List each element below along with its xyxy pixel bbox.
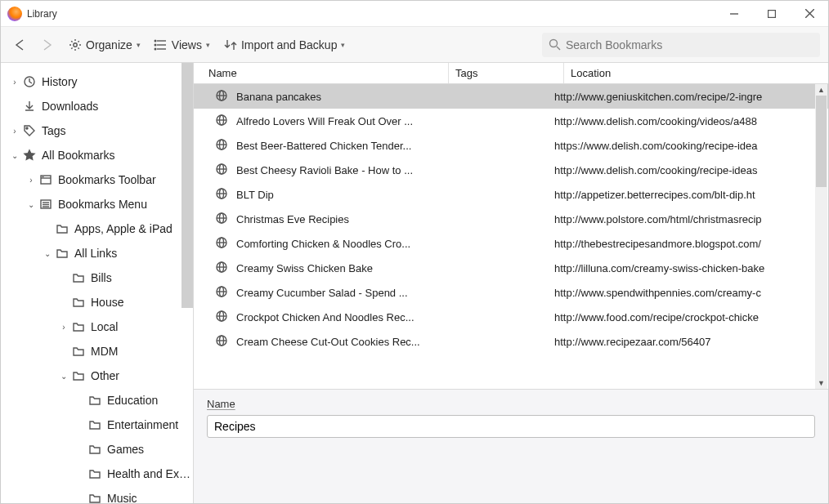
bookmark-location: https://www.delish.com/cooking/recipe-id… <box>554 140 828 152</box>
firefox-icon <box>7 7 22 21</box>
tree-item-label: Bookmarks Toolbar <box>58 173 156 186</box>
svg-line-12 <box>557 47 560 50</box>
tree-item[interactable]: ⌄All Links <box>1 241 193 265</box>
folder-icon <box>71 295 86 310</box>
organize-menu[interactable]: Organize ▾ <box>65 34 144 56</box>
bookmark-row[interactable]: BLT Diphttp://appetizer.betterrecipes.co… <box>194 182 828 207</box>
bookmark-location: http://www.delish.com/cooking/videos/a48… <box>554 115 828 127</box>
tree-twisty[interactable]: ⌄ <box>25 200 37 209</box>
svg-rect-1 <box>769 10 776 17</box>
column-header-tags[interactable]: Tags <box>449 63 564 83</box>
chevron-down-icon: ▾ <box>341 41 345 49</box>
tree-item[interactable]: ›History <box>1 69 193 94</box>
toolbar-icon <box>38 172 53 187</box>
svg-point-8 <box>155 40 156 42</box>
folder-icon <box>87 466 102 481</box>
bookmark-row[interactable]: Christmas Eve Recipieshttp://www.polstor… <box>194 207 828 231</box>
folder-icon <box>71 344 86 359</box>
search-input[interactable] <box>566 38 813 51</box>
svg-point-14 <box>26 127 28 129</box>
bookmark-name: Christmas Eve Recipies <box>236 213 439 225</box>
folder-icon <box>55 246 69 261</box>
tree-item[interactable]: Health and Exercise <box>1 462 193 486</box>
globe-icon <box>215 334 230 349</box>
bookmark-row[interactable]: Crockpot Chicken And Noodles Rec...http:… <box>194 305 828 329</box>
tree-item-label: House <box>91 296 123 309</box>
back-button[interactable] <box>9 34 30 56</box>
tree-item[interactable]: ⌄Bookmarks Menu <box>1 192 193 216</box>
gear-icon <box>68 38 83 52</box>
tree-item[interactable]: ›Local <box>1 314 193 339</box>
bookmark-name: Comforting Chicken & Noodles Cro... <box>236 238 439 250</box>
tree-item[interactable]: ›Tags <box>1 118 193 143</box>
tree-item[interactable]: ⌄Other <box>1 364 193 388</box>
bookmark-name: Alfredo Lovers Will Freak Out Over ... <box>236 115 439 127</box>
tree-twisty[interactable]: › <box>9 78 20 87</box>
search-field[interactable] <box>542 33 820 57</box>
sidebar-scrollbar[interactable] <box>181 63 193 308</box>
tree-twisty[interactable]: › <box>58 323 69 332</box>
globe-icon <box>215 163 230 177</box>
minimize-button[interactable] <box>715 1 753 27</box>
globe-icon <box>215 89 230 104</box>
views-menu[interactable]: Views ▾ <box>150 34 213 56</box>
tree-item[interactable]: Bills <box>1 265 193 290</box>
tree-item[interactable]: Entertainment <box>1 413 193 437</box>
column-header-location[interactable]: Location <box>564 63 828 83</box>
tree-item[interactable]: ⌄All Bookmarks <box>1 143 193 167</box>
bookmark-location: http://lilluna.com/creamy-swiss-chicken-… <box>554 262 828 274</box>
tree-twisty[interactable]: ⌄ <box>42 249 53 258</box>
maximize-button[interactable] <box>753 1 791 27</box>
bookmark-location: http://www.geniuskitchen.com/recipe/2-in… <box>554 91 828 103</box>
globe-icon <box>215 310 230 324</box>
tree-twisty[interactable]: › <box>9 127 20 136</box>
tree-item[interactable]: Education <box>1 388 193 413</box>
tree-item[interactable]: Games <box>1 437 193 462</box>
scroll-thumb[interactable] <box>816 96 827 187</box>
tree-twisty[interactable]: ⌄ <box>58 372 69 381</box>
details-name-input[interactable] <box>207 415 815 438</box>
tree-item-label: Entertainment <box>107 418 178 431</box>
folder-icon <box>87 442 102 457</box>
import-export-icon <box>223 38 238 52</box>
window-title: Library <box>27 8 57 20</box>
folder-icon <box>87 491 102 503</box>
list-icon <box>154 38 168 52</box>
tree-item-label: Local <box>91 320 118 333</box>
close-button[interactable] <box>791 1 828 27</box>
bookmark-row[interactable]: Banana pancakeshttp://www.geniuskitchen.… <box>194 84 828 109</box>
scroll-up-button[interactable]: ▲ <box>815 84 827 96</box>
tree-item[interactable]: ›Bookmarks Toolbar <box>1 167 193 192</box>
tree-twisty[interactable]: ⌄ <box>9 151 20 160</box>
tree-item[interactable]: MDM <box>1 339 193 364</box>
details-name-label: Name <box>207 398 235 410</box>
bookmark-row[interactable]: Creamy Cucumber Salad - Spend ...http://… <box>194 280 828 305</box>
svg-point-11 <box>550 40 558 47</box>
globe-icon <box>215 236 230 251</box>
column-header-name[interactable]: Name <box>202 63 449 83</box>
tree-item[interactable]: House <box>1 290 193 314</box>
bookmark-row[interactable]: Comforting Chicken & Noodles Cro...http:… <box>194 231 828 256</box>
bookmark-row[interactable]: Alfredo Lovers Will Freak Out Over ...ht… <box>194 109 828 133</box>
tree-item-label: History <box>42 75 78 88</box>
tree-item-label: Downloads <box>42 100 98 113</box>
bookmark-location: http://www.delish.com/cooking/recipe-ide… <box>554 164 828 176</box>
bookmark-row[interactable]: Cream Cheese Cut-Out Cookies Rec...http:… <box>194 329 828 354</box>
tree-item[interactable]: Downloads <box>1 94 193 118</box>
tree-item[interactable]: Music <box>1 486 193 503</box>
search-icon <box>549 38 561 51</box>
scroll-down-button[interactable]: ▼ <box>815 377 827 389</box>
list-scrollbar[interactable]: ▲ ▼ <box>815 84 827 389</box>
tree-item[interactable]: Apps, Apple & iPad <box>1 216 193 241</box>
tree-item-label: MDM <box>91 345 118 358</box>
bookmark-location: http://www.food.com/recipe/crockpot-chic… <box>554 311 828 323</box>
tree-twisty[interactable]: › <box>25 176 37 185</box>
tree-item-label: Health and Exercise <box>107 467 193 480</box>
bookmark-row[interactable]: Best Beer-Battered Chicken Tender...http… <box>194 133 828 158</box>
tree-item-label: Tags <box>42 124 66 137</box>
chevron-down-icon: ▾ <box>137 41 141 49</box>
import-backup-menu[interactable]: Import and Backup ▾ <box>220 34 349 56</box>
bookmark-row[interactable]: Creamy Swiss Chicken Bakehttp://lilluna.… <box>194 256 828 280</box>
bookmark-row[interactable]: Best Cheesy Ravioli Bake - How to ...htt… <box>194 158 828 182</box>
tree-item-label: Other <box>91 369 119 382</box>
